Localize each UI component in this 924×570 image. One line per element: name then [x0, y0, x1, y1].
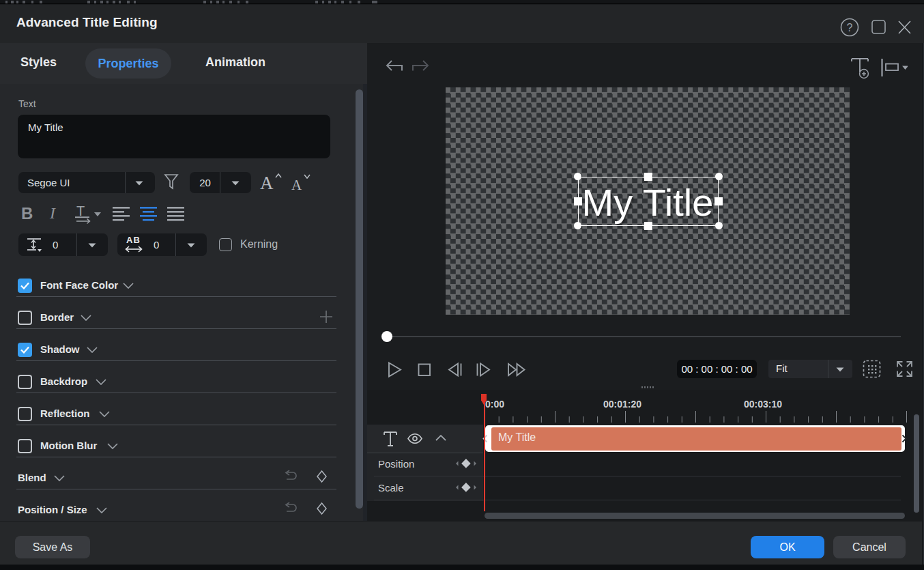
- svg-text:?: ?: [847, 22, 853, 33]
